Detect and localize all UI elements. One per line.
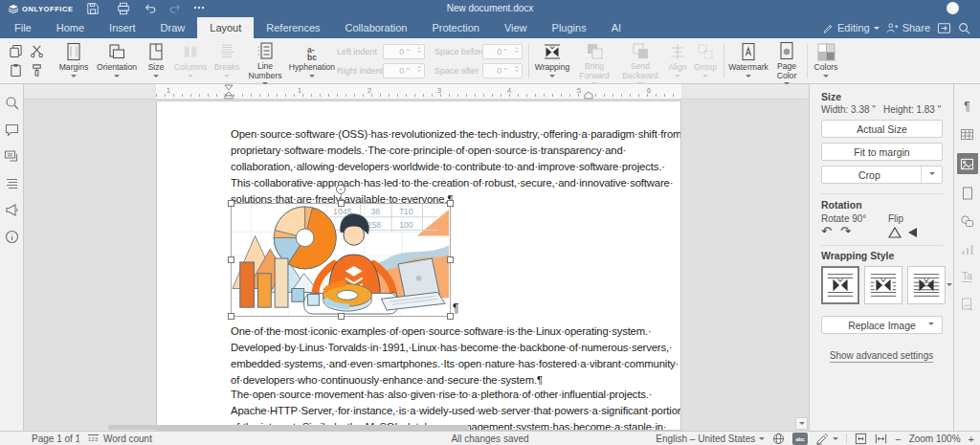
- actual-size-button[interactable]: Actual Size: [821, 120, 943, 138]
- chat-icon[interactable]: [4, 149, 19, 164]
- chevron-down-icon: [114, 75, 120, 80]
- replace-image-button[interactable]: Replace Image: [821, 316, 943, 334]
- header-right-controls: Editing Share: [822, 17, 970, 38]
- resize-handle-n[interactable]: [338, 200, 345, 207]
- wrap-style-tight[interactable]: [864, 266, 902, 304]
- columns-icon: [181, 42, 200, 61]
- tab-draw[interactable]: Draw: [148, 17, 198, 38]
- fit-to-width-icon[interactable]: [875, 433, 887, 445]
- right-indent-label: Right indent: [337, 66, 383, 76]
- paragraph[interactable]: Open·source·software·(OSS)·has·revolutio…: [231, 126, 681, 208]
- tab-ai[interactable]: AI: [599, 17, 634, 38]
- flip-horizontal-icon[interactable]: [907, 227, 919, 238]
- wrap-style-more-icon[interactable]: [947, 283, 952, 289]
- tab-view[interactable]: View: [492, 17, 540, 38]
- tab-references[interactable]: References: [254, 17, 332, 38]
- page-color-button[interactable]: Page Color: [769, 41, 804, 83]
- track-changes-button[interactable]: [815, 433, 838, 445]
- tab-home[interactable]: Home: [44, 17, 97, 38]
- format-painter-icon[interactable]: [30, 63, 44, 78]
- tab-protection[interactable]: Protection: [419, 17, 492, 38]
- tab-plugins[interactable]: Plugins: [540, 17, 599, 38]
- indent-marker[interactable]: [224, 84, 234, 100]
- tab-collaboration[interactable]: Collaboration: [333, 17, 420, 38]
- rotate-ccw-icon[interactable]: ↶: [821, 224, 832, 238]
- menu-tabs: File Home Insert Draw Layout References …: [2, 17, 634, 38]
- scroll-down-button[interactable]: [795, 417, 808, 430]
- document-page[interactable]: Open·source·software·(OSS)·has·revolutio…: [156, 100, 681, 431]
- stepper-arrows: [417, 66, 421, 72]
- chart-settings-tab[interactable]: [957, 240, 978, 257]
- paragraph-settings-tab[interactable]: ¶: [957, 98, 978, 115]
- editing-mode-button[interactable]: Editing: [822, 22, 880, 33]
- chevron-down-icon: [746, 75, 751, 80]
- headers-footers-settings-tab[interactable]: [957, 185, 978, 202]
- zoom-in-button[interactable]: +: [969, 434, 974, 445]
- zoom-level[interactable]: Zoom 100%: [909, 434, 961, 444]
- show-advanced-settings-link[interactable]: Show advanced settings: [810, 350, 953, 361]
- crop-dropdown[interactable]: [921, 167, 942, 183]
- chevron-down-icon: [928, 323, 934, 328]
- fit-to-page-icon[interactable]: [855, 433, 867, 445]
- flip-vertical-icon[interactable]: [888, 227, 902, 238]
- search-icon[interactable]: [5, 96, 19, 110]
- horizontal-ruler[interactable]: 1 1 2 3 4 5 6: [24, 84, 809, 100]
- resize-handle-e[interactable]: [447, 256, 454, 263]
- chevron-down-icon: [309, 75, 315, 80]
- share-button[interactable]: Share: [886, 22, 930, 33]
- hyphenation-button[interactable]: a-bc Hyphenation: [287, 41, 337, 83]
- wrap-style-through[interactable]: [907, 266, 946, 304]
- zoom-out-button[interactable]: −: [895, 434, 901, 445]
- tab-layout[interactable]: Layout: [197, 17, 254, 38]
- size-section-title: Size: [821, 91, 841, 102]
- tab-insert[interactable]: Insert: [97, 17, 148, 38]
- chevron-down-icon: [224, 75, 230, 80]
- wrapping-button[interactable]: Wrapping: [532, 41, 572, 83]
- selected-image[interactable]: 1045 38 710 258 100: [231, 203, 451, 317]
- watermark-button[interactable]: Watermark: [727, 41, 769, 83]
- crop-button[interactable]: Crop: [821, 166, 943, 184]
- chart-icon: [961, 243, 974, 256]
- about-icon[interactable]: [5, 230, 19, 244]
- space-before-field: 0 ": [482, 44, 523, 59]
- size-button[interactable]: Size: [142, 41, 170, 83]
- set-language-globe-icon[interactable]: [772, 433, 785, 445]
- paste-icon[interactable]: [9, 63, 23, 78]
- paragraph[interactable]: One·of·the·most·iconic·examples·of·open·…: [231, 323, 679, 389]
- tab-file[interactable]: File: [2, 17, 44, 38]
- cut-icon[interactable]: [30, 44, 44, 58]
- feedback-icon[interactable]: [5, 203, 19, 217]
- text-art-settings-tab[interactable]: Ta: [957, 268, 978, 285]
- shape-settings-tab[interactable]: [957, 212, 978, 230]
- resize-handle-s[interactable]: [338, 313, 345, 320]
- line-numbers-button[interactable]: Line Numbers: [243, 41, 287, 83]
- open-file-location-icon[interactable]: [937, 22, 951, 34]
- status-bar-right: English – United States abc − Zoom 100% …: [656, 432, 974, 445]
- orientation-button[interactable]: Orientation: [92, 41, 142, 83]
- colors-button[interactable]: Colors: [810, 41, 842, 83]
- rotation-handle[interactable]: [336, 185, 345, 194]
- resize-handle-w[interactable]: [228, 256, 234, 263]
- navigation-headings-icon[interactable]: [5, 176, 19, 190]
- orientation-icon: [107, 42, 126, 61]
- image-settings-tab[interactable]: [957, 153, 978, 174]
- mail-merge-settings-tab[interactable]: [957, 296, 978, 313]
- language-selector[interactable]: English – United States: [656, 434, 765, 444]
- copy-icon[interactable]: [9, 44, 23, 58]
- spell-check-toggle[interactable]: abc: [792, 433, 808, 445]
- wrap-style-square[interactable]: [821, 266, 859, 304]
- align-icon: [668, 42, 687, 61]
- search-icon[interactable]: [958, 22, 970, 34]
- fit-to-margin-button[interactable]: Fit to margin: [821, 143, 943, 161]
- breaks-button: Breaks: [211, 41, 243, 83]
- horizontal-scrollbar[interactable]: [108, 425, 469, 430]
- rotate-cw-icon[interactable]: ↷: [840, 224, 851, 238]
- resize-handle-nw[interactable]: [228, 200, 234, 207]
- resize-handle-sw[interactable]: [228, 313, 234, 320]
- margins-button[interactable]: Margins: [56, 41, 92, 83]
- comments-icon[interactable]: [5, 122, 19, 137]
- avatar[interactable]: [947, 2, 959, 14]
- right-indent-marker[interactable]: [584, 91, 593, 100]
- resize-handle-ne[interactable]: [447, 200, 454, 207]
- table-settings-tab[interactable]: [957, 125, 978, 143]
